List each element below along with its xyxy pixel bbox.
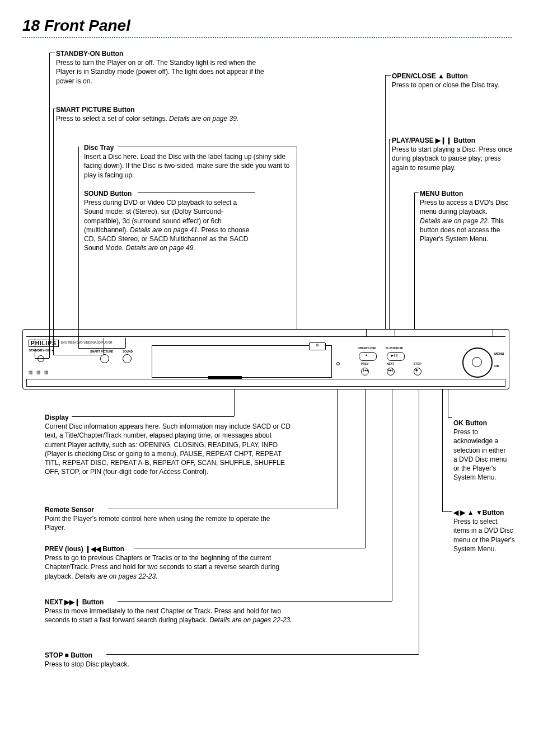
menu-label: MENU (494, 352, 504, 355)
smart-picture-body-b: Details are on page 39. (169, 115, 238, 123)
leader-line (389, 139, 391, 139)
leader-line (53, 109, 54, 355)
ok-block: OK Button Press to acknowledge a selecti… (453, 419, 509, 482)
play-pause-block: PLAY/PAUSE ▶❙❙ Button Press to start pla… (392, 136, 515, 172)
disc-badge-icon: ⊚ (309, 342, 326, 350)
leader-line (366, 329, 367, 337)
menu-block: MENU Button Press to access a DVD's Disc… (420, 189, 509, 243)
leader-line (125, 338, 126, 348)
leader-line (53, 109, 55, 109)
front-panel-diagram: PHILIPS DVD 795SA DVD VIDEO/SACD PLAYER … (22, 329, 509, 389)
leader-line (448, 417, 452, 418)
leader-line (297, 147, 297, 329)
leader-line (385, 75, 386, 329)
sound-title: SOUND Button (84, 190, 132, 198)
prev-block: PREV (ious) ❙◀◀ Button Press to go to pr… (45, 544, 308, 581)
play-pause-label: PLAY/PAUSE (386, 346, 403, 350)
menu-title: MENU Button (420, 190, 463, 198)
power-icon (38, 355, 44, 362)
leader-line (385, 75, 391, 76)
leader-line (366, 329, 385, 330)
next-title: NEXT ▶▶❙ Button (45, 598, 104, 606)
leader-line (493, 329, 493, 337)
disc-tray-block: Disc Tray Insert a Disc here. Load the D… (84, 143, 291, 180)
smart-picture-block: SMART PICTURE Button Press to select a s… (56, 105, 291, 123)
leader-line (442, 389, 443, 511)
display-title: Display (45, 414, 69, 421)
ok-label: OK (494, 364, 499, 368)
sound-body-d: Details are on page 49. (126, 244, 195, 252)
leader-line (78, 348, 125, 349)
remote-body: Point the Player's remote control here w… (45, 515, 270, 532)
stop-icon: ◉ (415, 368, 418, 372)
leader-line (414, 192, 419, 193)
disc-tray-body: Insert a Disc here. Load the Disc with t… (84, 153, 290, 179)
leader-line (414, 192, 415, 329)
play-pause-icon: ▶❙❙ (391, 354, 398, 357)
leader-line (234, 389, 235, 416)
next-label: NEXT (387, 362, 394, 365)
leader-line (448, 389, 448, 417)
remote-sensor (336, 362, 340, 365)
open-close-button[interactable] (359, 352, 377, 361)
disc-tray[interactable]: ⊚ (152, 345, 332, 378)
open-close-icon: ▲ (365, 353, 368, 356)
leader-line (395, 329, 395, 337)
next-icon: ▶▶❙ (388, 369, 394, 372)
leader-line (104, 338, 104, 355)
menu-body-b: Details are on page 22. (420, 217, 489, 225)
leader-line (365, 389, 366, 548)
disc-tray-title: Disc Tray (84, 144, 114, 152)
leader-line (138, 192, 255, 193)
divider (22, 37, 512, 38)
open-close-label: OPEN/CLOSE (358, 346, 376, 350)
next-body-b: Details are on pages 22-23. (209, 616, 292, 624)
leader-line (118, 147, 297, 147)
stop-body: Press to stop Disc playback. (45, 660, 129, 668)
leader-line (134, 548, 365, 548)
smart-picture-button[interactable] (100, 354, 109, 363)
leader-line (389, 139, 390, 329)
standby-body: Press to turn the Player on or off. The … (56, 59, 264, 84)
arrows-block: ◀ ▶ ▲ ▼Button Press to select items in a… (453, 508, 515, 553)
leader-line (337, 389, 338, 509)
play-pause-title: PLAY/PAUSE ▶❙❙ Button (392, 137, 475, 144)
prev-body-b: Details are on pages 22-23. (75, 572, 157, 580)
brand-logo: PHILIPS (29, 340, 59, 347)
leader-line (49, 53, 55, 53)
sound-block: SOUND Button Press during DVD or Video C… (84, 189, 252, 252)
panel-bottom-strip (26, 379, 505, 387)
content-area: STANDBY-ON Button Press to turn the Play… (22, 49, 512, 749)
leader-line (107, 509, 337, 509)
panel-top-strip (26, 336, 505, 337)
arrows-body: Press to select items in a DVD Disc menu… (453, 518, 515, 553)
ok-title: OK Button (453, 419, 487, 427)
display-body: Current Disc information appears here. S… (45, 422, 291, 476)
open-close-title: OPEN/CLOSE ▲ Button (392, 72, 468, 80)
direction-pad[interactable] (462, 348, 493, 378)
remote-title: Remote Sensor (45, 506, 94, 514)
leader-line (442, 511, 452, 512)
leader-line (35, 358, 49, 359)
ok-body: Press to acknowledge a selection in eith… (453, 428, 507, 481)
leader-line (49, 53, 50, 358)
standby-title: STANDBY-ON Button (56, 50, 123, 58)
prev-title: PREV (ious) ❙◀◀ Button (45, 545, 124, 553)
leader-line (118, 601, 392, 602)
stop-block: STOP ■ Button Press to stop Disc playbac… (45, 651, 269, 669)
sound-button[interactable] (123, 354, 132, 363)
open-close-block: OPEN/CLOSE ▲ Button Press to open or clo… (392, 72, 509, 90)
leader-line (35, 338, 35, 358)
leader-line (53, 355, 104, 355)
remote-block: Remote Sensor Point the Player's remote … (45, 505, 285, 533)
format-logos: ▥ ▥ ▥ (29, 370, 50, 375)
prev-label: PREV (361, 362, 369, 365)
leader-line (78, 147, 79, 275)
model-label: DVD 795SA DVD VIDEO/SACD PLAYER (61, 341, 113, 344)
display-block: Display Current Disc information appears… (45, 413, 291, 476)
stop-label: STOP (414, 362, 421, 365)
leader-line (419, 389, 419, 654)
standby-block: STANDBY-ON Button Press to turn the Play… (56, 49, 274, 86)
leader-line (389, 329, 395, 330)
menu-body-a: Press to access a DVD's Disc menu during… (420, 199, 508, 215)
